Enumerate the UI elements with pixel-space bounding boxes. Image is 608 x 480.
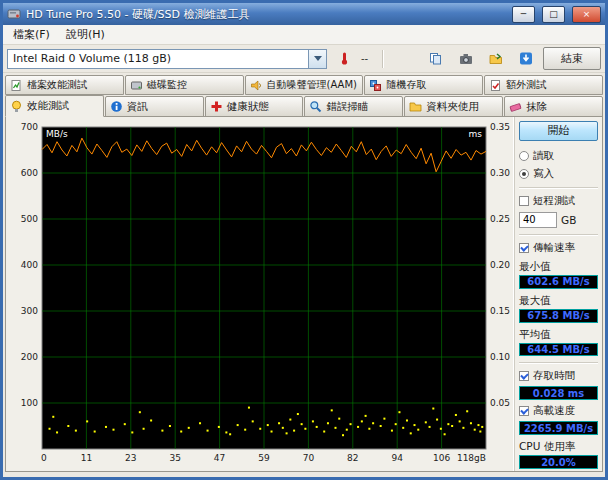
svg-text:35: 35	[169, 453, 180, 463]
checkbox-icon	[519, 406, 529, 416]
info-icon	[110, 100, 123, 113]
tabstrip-secondary: 檔案效能測試 磁碟監控 自動噪聲管理(AAM) 隨機存取 額外測試	[3, 75, 605, 95]
camera-icon	[459, 52, 473, 65]
file-benchmark-icon	[10, 79, 23, 92]
svg-text:400: 400	[21, 260, 38, 270]
svg-text:0.25: 0.25	[490, 214, 510, 224]
svg-text:23: 23	[125, 453, 136, 463]
chart-region: 7006005004003002001000.350.300.250.200.1…	[6, 117, 514, 471]
svg-text:0.30: 0.30	[490, 168, 510, 178]
disk-monitor-icon	[130, 79, 143, 92]
svg-text:0.20: 0.20	[490, 260, 510, 270]
min-label: 最小值	[519, 260, 598, 274]
write-radio[interactable]: 寫入	[519, 167, 598, 181]
benchmark-icon	[10, 100, 23, 113]
erase-icon	[509, 100, 522, 113]
svg-text:106: 106	[433, 453, 450, 463]
tab-label: 自動噪聲管理(AAM)	[267, 78, 357, 92]
tab-folder-usage[interactable]: 資料夾使用	[404, 96, 503, 117]
export-icon	[489, 52, 503, 65]
divider	[519, 187, 598, 188]
burst-rate-value-box: 2265.9 MB/s	[519, 421, 598, 435]
access-time-checkbox[interactable]: 存取時間	[519, 369, 598, 383]
tab-aam[interactable]: 自動噪聲管理(AAM)	[245, 75, 364, 95]
tab-extra-tests[interactable]: 額外測試	[484, 75, 603, 95]
export-button[interactable]	[483, 47, 509, 71]
burst-rate-checkbox[interactable]: 高載速度	[519, 404, 598, 418]
svg-text:0: 0	[41, 453, 47, 463]
menu-help[interactable]: 說明(H)	[58, 25, 113, 44]
svg-text:600: 600	[21, 168, 38, 178]
svg-text:200: 200	[21, 352, 38, 362]
save-button[interactable]	[513, 47, 539, 71]
radio-icon	[519, 151, 529, 161]
tab-error-scan[interactable]: 錯誤掃瞄	[304, 96, 403, 117]
start-button[interactable]: 開始	[519, 121, 598, 141]
speaker-icon	[250, 79, 263, 92]
benchmark-panel: 7006005004003002001000.350.300.250.200.1…	[5, 116, 603, 472]
tab-disk-monitor[interactable]: 磁碟監控	[125, 75, 244, 95]
tab-label: 磁碟監控	[147, 78, 187, 92]
gb-unit-label: GB	[561, 214, 576, 226]
tab-label: 資訊	[127, 100, 148, 114]
max-label: 最大值	[519, 294, 598, 308]
exit-button[interactable]: 結束	[543, 47, 601, 70]
temperature-button[interactable]	[331, 47, 357, 71]
tab-label: 檔案效能測試	[27, 78, 87, 92]
read-radio[interactable]: 讀取	[519, 149, 598, 163]
svg-text:0.35: 0.35	[490, 122, 510, 132]
min-value-box: 602.6 MB/s	[519, 275, 598, 289]
transfer-rate-checkbox[interactable]: 傳輸速率	[519, 241, 598, 255]
menu-file[interactable]: 檔案(F)	[5, 25, 58, 44]
tab-random-access[interactable]: 隨機存取	[364, 75, 483, 95]
tab-label: 健康狀態	[227, 100, 269, 114]
read-label: 讀取	[533, 149, 554, 163]
tab-health[interactable]: 健康狀態	[205, 96, 304, 117]
svg-text:94: 94	[391, 453, 403, 463]
svg-text:500: 500	[21, 214, 38, 224]
svg-text:0.10: 0.10	[490, 352, 510, 362]
divider	[519, 234, 598, 235]
copy-button[interactable]	[423, 47, 449, 71]
menubar: 檔案(F) 說明(H)	[3, 25, 605, 45]
transfer-rate-label: 傳輸速率	[533, 241, 575, 255]
short-stroke-checkbox[interactable]: 短程測試	[519, 194, 598, 208]
temperature-value: --	[361, 53, 375, 64]
screenshot-button[interactable]	[453, 47, 479, 71]
tabstrip-primary: 效能測試 資訊 健康狀態 錯誤掃瞄 資料夾使用	[3, 95, 605, 117]
svg-text:82: 82	[347, 453, 358, 463]
tab-label: 錯誤掃瞄	[326, 100, 368, 114]
avg-value-box: 644.5 MB/s	[519, 343, 598, 357]
drive-selector[interactable]: Intel Raid 0 Volume (118 gB)	[7, 49, 327, 69]
svg-text:11: 11	[81, 453, 92, 463]
checkbox-icon	[519, 243, 529, 253]
drive-selector-value: Intel Raid 0 Volume (118 gB)	[8, 52, 308, 65]
error-scan-icon	[309, 100, 322, 113]
tab-file-benchmark[interactable]: 檔案效能測試	[5, 75, 124, 95]
short-stroke-size-input[interactable]	[519, 212, 557, 228]
tab-benchmark[interactable]: 效能測試	[5, 95, 104, 117]
radio-icon	[519, 169, 529, 179]
close-button[interactable]: ×	[572, 6, 601, 23]
tab-label: 額外測試	[506, 78, 546, 92]
tab-erase[interactable]: 抹除	[504, 96, 603, 117]
tab-label: 效能測試	[27, 99, 69, 113]
titlebar[interactable]: HD Tune Pro 5.50 - 硬碟/SSD 檢測維護工具 ─ □ ×	[3, 3, 605, 25]
download-icon	[519, 52, 533, 65]
burst-rate-label: 高載速度	[533, 404, 575, 418]
window-title: HD Tune Pro 5.50 - 硬碟/SSD 檢測維護工具	[26, 7, 505, 22]
tab-info[interactable]: 資訊	[105, 96, 204, 117]
svg-text:70: 70	[303, 453, 315, 463]
access-time-value-box: 0.028 ms	[519, 386, 598, 400]
toolbar: Intel Raid 0 Volume (118 gB) -- 結束	[3, 45, 605, 73]
chevron-down-icon[interactable]	[308, 50, 326, 68]
cpu-usage-label: CPU 使用率	[519, 440, 598, 454]
svg-text:0.05: 0.05	[490, 398, 510, 408]
svg-text:700: 700	[21, 122, 38, 132]
access-time-label: 存取時間	[533, 369, 575, 383]
avg-label: 平均值	[519, 328, 598, 342]
minimize-button[interactable]: ─	[512, 6, 535, 23]
health-icon	[210, 100, 223, 113]
svg-text:47: 47	[214, 453, 225, 463]
maximize-button[interactable]: □	[542, 6, 565, 23]
